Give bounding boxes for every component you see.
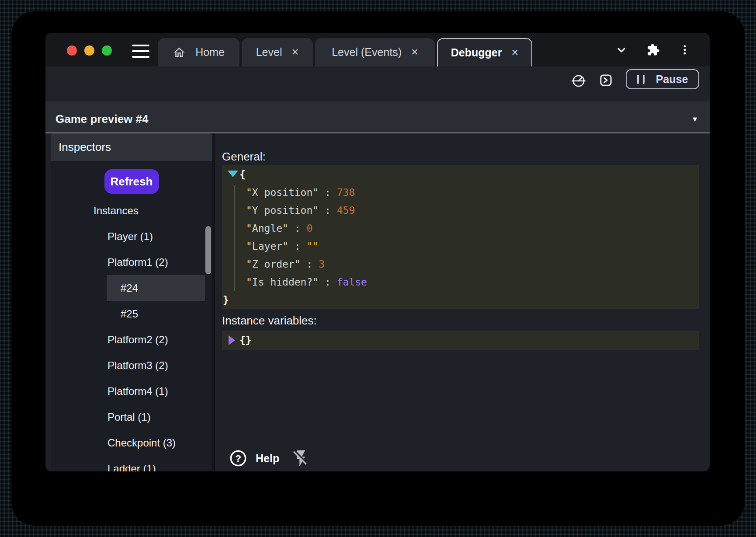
- close-brace: }: [223, 294, 229, 306]
- indent-guide: [234, 185, 235, 291]
- json-row: "Angle" : 0: [222, 219, 699, 237]
- tree-item[interactable]: Platform2 (2): [51, 327, 212, 352]
- json-value: 3: [319, 258, 325, 270]
- svg-text:?: ?: [235, 453, 241, 464]
- tree-item-selected[interactable]: #24: [51, 275, 212, 301]
- tab-bar: Home Level × Level (Events) × Debugger ×: [158, 33, 532, 66]
- tree-item-instances[interactable]: Instances: [51, 198, 212, 223]
- tab-debugger[interactable]: Debugger ×: [437, 38, 532, 66]
- tree-item[interactable]: #25: [51, 301, 212, 327]
- tree-item[interactable]: Platform4 (1): [51, 378, 212, 404]
- expander-right-icon[interactable]: [229, 335, 235, 345]
- tab-level-events[interactable]: Level (Events) ×: [315, 38, 435, 66]
- tree-item[interactable]: Platform1 (2): [51, 249, 212, 275]
- json-row: "Is hidden?" : false: [222, 273, 699, 291]
- open-brace: {: [239, 169, 246, 180]
- json-row: "Z order" : 3: [222, 255, 699, 273]
- inspectors-title: Inspectors: [59, 140, 111, 154]
- home-icon: [173, 46, 186, 59]
- expander-down-icon[interactable]: [228, 171, 238, 177]
- tab-home[interactable]: Home: [158, 38, 239, 66]
- chevron-down-icon[interactable]: [615, 44, 628, 56]
- menu-icon[interactable]: [132, 45, 149, 58]
- content-area: Inspectors Refresh Instances Player (1) …: [45, 133, 710, 471]
- sidebar-scrollbar-thumb[interactable]: [205, 226, 211, 274]
- general-json-view: { "X position" : 738 "Y position" : 459 …: [222, 165, 699, 309]
- profiler-icon[interactable]: [571, 73, 586, 88]
- json-value: 459: [337, 205, 355, 216]
- instance-variables-label: Instance variables:: [222, 314, 699, 326]
- pause-button[interactable]: Pause: [626, 69, 699, 89]
- help-label: Help: [256, 452, 279, 465]
- empty-object: {}: [239, 335, 252, 346]
- help-row: ? Help: [229, 449, 311, 468]
- flash-off-icon[interactable]: [291, 449, 311, 468]
- json-value: false: [337, 276, 367, 288]
- tree-item[interactable]: Portal (1): [51, 404, 212, 430]
- traffic-lights: [67, 45, 112, 56]
- json-value: 0: [306, 223, 312, 234]
- general-section-label: General:: [222, 150, 699, 162]
- maximize-window-button[interactable]: [102, 45, 112, 56]
- json-value: 738: [337, 187, 355, 198]
- app-window: Home Level × Level (Events) × Debugger ×: [45, 33, 710, 471]
- titlebar: Home Level × Level (Events) × Debugger ×: [45, 33, 710, 66]
- close-icon[interactable]: ×: [291, 46, 298, 58]
- help-icon: ?: [229, 450, 247, 467]
- tree-item[interactable]: Ladder (1): [51, 456, 212, 471]
- tab-label: Level: [256, 46, 282, 59]
- tab-label: Home: [195, 46, 225, 59]
- minimize-window-button[interactable]: [84, 45, 94, 56]
- kebab-menu-icon[interactable]: [679, 44, 690, 56]
- inspector-main-panel: General: { "X position" : 738 "Y positio…: [215, 133, 710, 471]
- help-button[interactable]: ? Help: [229, 450, 279, 467]
- inspectors-header: Inspectors: [51, 133, 212, 161]
- game-preview-accordion[interactable]: Game preview #4 ▼: [45, 101, 710, 133]
- json-row: "Layer" : "": [222, 237, 699, 255]
- inspectors-list: Refresh Instances Player (1) Platform1 (…: [51, 161, 212, 471]
- tab-label: Debugger: [451, 46, 502, 59]
- tab-level[interactable]: Level ×: [242, 38, 313, 66]
- close-icon[interactable]: ×: [411, 46, 418, 58]
- close-window-button[interactable]: [67, 45, 77, 56]
- inspectors-sidebar: Inspectors Refresh Instances Player (1) …: [45, 133, 212, 471]
- titlebar-actions: [615, 43, 710, 56]
- json-row: "Y position" : 459: [222, 201, 699, 219]
- console-icon[interactable]: [599, 73, 613, 87]
- pause-icon: [637, 75, 645, 84]
- tree-item[interactable]: Checkpoint (3): [51, 430, 212, 456]
- json-value: "": [306, 241, 319, 252]
- close-icon[interactable]: ×: [511, 47, 518, 59]
- instance-variables-json-view: {}: [222, 331, 699, 350]
- tab-label: Level (Events): [332, 46, 402, 59]
- json-row: "X position" : 738: [222, 183, 699, 201]
- extensions-puzzle-icon[interactable]: [647, 43, 660, 56]
- refresh-button[interactable]: Refresh: [104, 169, 159, 194]
- caret-down-icon: ▼: [691, 115, 698, 123]
- game-preview-title: Game preview #4: [55, 112, 148, 126]
- pause-label: Pause: [656, 73, 688, 86]
- debugger-toolbar: Pause: [45, 66, 710, 101]
- tree-item[interactable]: Player (1): [51, 223, 212, 249]
- tree-item[interactable]: Platform3 (2): [51, 352, 212, 378]
